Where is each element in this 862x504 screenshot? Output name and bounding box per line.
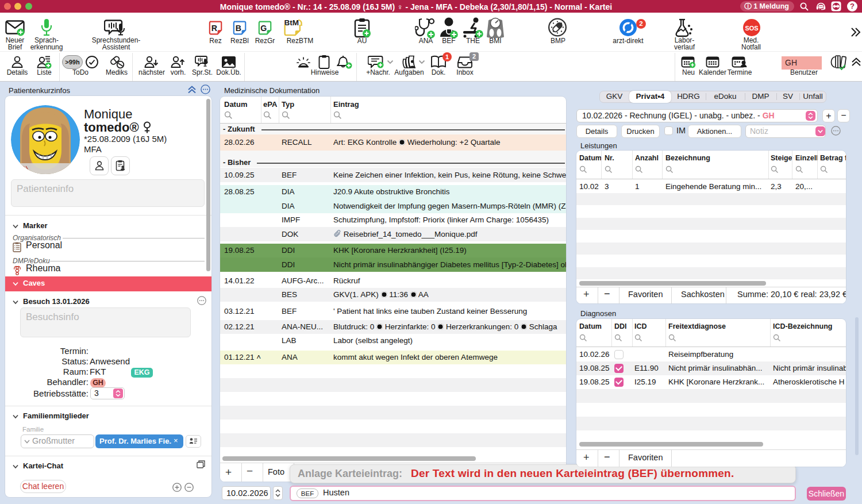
svg-text:R: R <box>211 24 217 33</box>
svg-text:BtM: BtM <box>284 18 299 27</box>
svg-text:SOS: SOS <box>745 25 758 32</box>
svg-text:B: B <box>236 24 241 33</box>
svg-text:G: G <box>260 24 267 33</box>
